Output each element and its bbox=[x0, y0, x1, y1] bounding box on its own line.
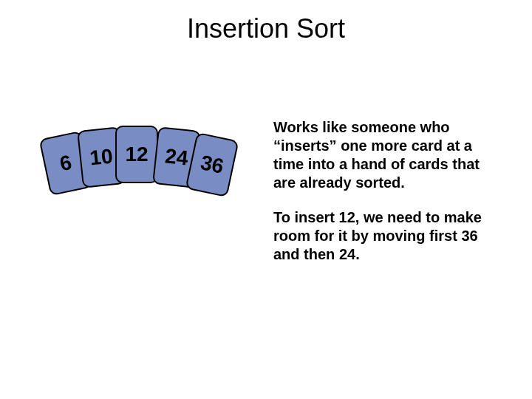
description-paragraph-2: To insert 12, we need to make room for i… bbox=[273, 208, 502, 264]
page-title: Insertion Sort bbox=[0, 13, 532, 44]
card-hand: 610122436 bbox=[44, 126, 266, 214]
card-12: 12 bbox=[115, 126, 158, 183]
description-block: Works like someone who “inserts” one mor… bbox=[273, 118, 502, 280]
description-paragraph-1: Works like someone who “inserts” one mor… bbox=[273, 118, 502, 192]
